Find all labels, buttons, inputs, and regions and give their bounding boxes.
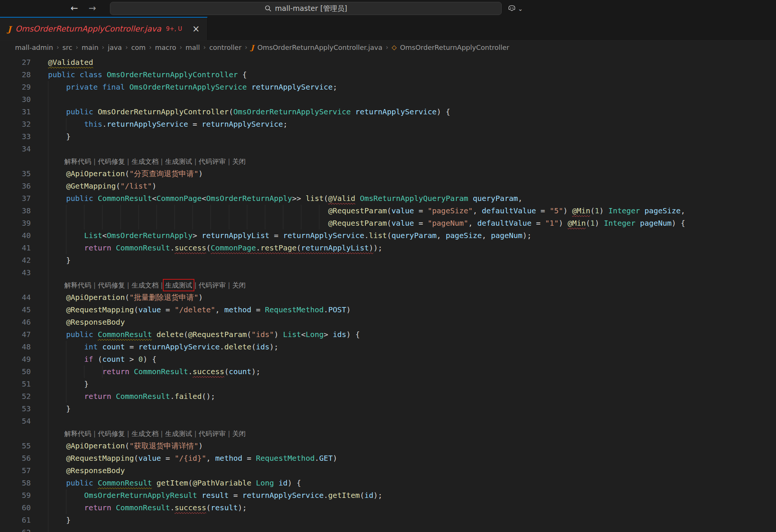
- codelens-action[interactable]: 关闭: [232, 430, 246, 438]
- breadcrumb-item[interactable]: java: [108, 43, 122, 51]
- line-number: 47: [0, 328, 31, 341]
- code-token: |: [125, 281, 132, 289]
- breadcrumb-item[interactable]: mall: [185, 43, 200, 51]
- codelens-action[interactable]: 生成文档: [131, 430, 158, 438]
- codelens-action[interactable]: 生成测试: [165, 430, 192, 438]
- indent-guides: [48, 316, 66, 328]
- codelens-action[interactable]: 解释代码: [64, 281, 91, 289]
- code-token: 1: [590, 219, 595, 228]
- code-token: public: [66, 194, 93, 203]
- code-token: @ApiOperation: [66, 293, 125, 302]
- breadcrumb-item[interactable]: macro: [155, 43, 176, 51]
- codelens-action[interactable]: 关闭: [232, 157, 246, 165]
- codelens-action[interactable]: 代码修复: [98, 281, 125, 289]
- line-number: 58: [0, 477, 31, 489]
- breadcrumb-item[interactable]: com: [131, 43, 146, 51]
- code-token: ): [599, 206, 608, 215]
- indent-guides: [48, 465, 66, 477]
- codelens-action[interactable]: 关闭: [232, 281, 246, 289]
- code-row: 36 @GetMapping("/list"): [0, 180, 776, 192]
- line-number: [0, 279, 31, 291]
- code-token: }: [66, 404, 71, 413]
- indent-guides: [48, 415, 66, 427]
- copilot-menu-button[interactable]: ⌄: [507, 3, 523, 15]
- breadcrumb-symbol[interactable]: OmsOrderReturnApplyController: [400, 43, 509, 51]
- code-token: (: [116, 181, 120, 190]
- code-token: );: [251, 367, 260, 376]
- code-line: }: [48, 254, 71, 267]
- breadcrumb-item[interactable]: mall-admin: [15, 43, 53, 51]
- code-row: 35 @ApiOperation("分页查询退货申请"): [0, 168, 776, 180]
- code-token: @Min: [572, 206, 590, 215]
- code-row: 31 public OmsOrderReturnApplyController(…: [0, 106, 776, 118]
- code-token: @RequestMapping: [66, 305, 134, 314]
- code-token: (: [387, 219, 391, 228]
- code-line: @ApiOperation("批量删除退货申请"): [48, 291, 203, 304]
- codelens-action[interactable]: 解释代码: [64, 157, 91, 165]
- breadcrumb-separator-icon: ›: [203, 43, 206, 51]
- breadcrumb-item[interactable]: src: [62, 43, 72, 51]
- code-token: ,: [681, 206, 685, 215]
- codelens-action[interactable]: 解释代码: [64, 430, 91, 438]
- line-number: 42: [0, 254, 31, 267]
- codelens-action[interactable]: 代码评审: [199, 157, 226, 165]
- codelens-action[interactable]: 生成文档: [131, 281, 158, 289]
- back-arrow-button[interactable]: ←: [67, 0, 82, 17]
- line-number: 37: [0, 192, 31, 205]
- code-token: @ResponseBody: [66, 318, 125, 327]
- forward-arrow-button[interactable]: →: [85, 0, 100, 17]
- code-line: @ApiOperation("获取退货申请详情"): [48, 440, 203, 452]
- code-line: @RequestMapping(value = "/{id}", method …: [48, 452, 337, 465]
- indent-guides: [48, 440, 66, 452]
- code-token: returnApplyService: [283, 231, 364, 240]
- code-token: =: [269, 231, 283, 240]
- line-number: 45: [0, 304, 31, 316]
- code-line: if (count > 0) {: [48, 353, 156, 366]
- code-token: [93, 194, 98, 203]
- codelens-action[interactable]: 代码评审: [199, 281, 226, 289]
- codelens-action[interactable]: 代码修复: [98, 157, 125, 165]
- code-token: |: [192, 430, 199, 438]
- code-token: CommonPage: [211, 243, 256, 252]
- codelens-action[interactable]: 代码评审: [199, 430, 226, 438]
- line-number: 59: [0, 489, 31, 502]
- breadcrumb-separator-icon: ›: [386, 43, 388, 51]
- code-token: [197, 491, 202, 500]
- code-token: |: [91, 430, 98, 438]
- codelens-action[interactable]: 生成测试: [165, 157, 192, 165]
- code-token: value: [391, 206, 414, 215]
- code-token: CommonResult: [116, 392, 170, 401]
- code-row: 29 private final OmsOrderReturnApplyServ…: [0, 81, 776, 93]
- command-center-search[interactable]: mall-master [管理员]: [110, 2, 502, 15]
- code-token: returnApplyList: [301, 243, 369, 252]
- code-token: @Valid: [328, 194, 355, 203]
- code-row: 28public class OmsOrderReturnApplyContro…: [0, 69, 776, 81]
- breadcrumb-file[interactable]: OmsOrderReturnApplyController.java: [257, 43, 382, 51]
- indent-guides: [48, 514, 66, 526]
- code-token: @ApiOperation: [66, 169, 125, 178]
- codelens-action[interactable]: 生成文档: [131, 157, 158, 165]
- code-token: .: [364, 231, 369, 240]
- code-line: [48, 526, 66, 532]
- code-token: 1: [595, 206, 599, 215]
- code-line: [48, 267, 66, 279]
- line-number: 27: [0, 56, 31, 69]
- codelens-row: 解释代码 | 代码修复 | 生成文档 | 生成测试 | 代码评审 | 关闭: [0, 279, 776, 291]
- tab-oms-order-return-apply-controller[interactable]: J OmsOrderReturnApplyController.java 9+,…: [0, 17, 208, 40]
- codelens-action[interactable]: 代码修复: [98, 430, 125, 438]
- codelens-action[interactable]: 生成测试: [165, 281, 192, 289]
- breadcrumb-item[interactable]: controller: [209, 43, 242, 51]
- code-token: count: [102, 342, 125, 351]
- editor-code[interactable]: 27@Validated28public class OmsOrderRetur…: [0, 54, 776, 532]
- close-icon[interactable]: ×: [192, 24, 200, 33]
- code-token: [152, 330, 156, 339]
- code-line: }: [48, 514, 71, 526]
- code-row: 61 }: [0, 514, 776, 526]
- code-row: 42 }: [0, 254, 776, 267]
- indent-guides: [48, 192, 66, 205]
- code-token: }: [66, 516, 71, 525]
- breadcrumb-separator-icon: ›: [76, 43, 78, 51]
- code-token: failed: [174, 392, 202, 401]
- breadcrumb-item[interactable]: main: [81, 43, 98, 51]
- indent-guides: [48, 291, 66, 304]
